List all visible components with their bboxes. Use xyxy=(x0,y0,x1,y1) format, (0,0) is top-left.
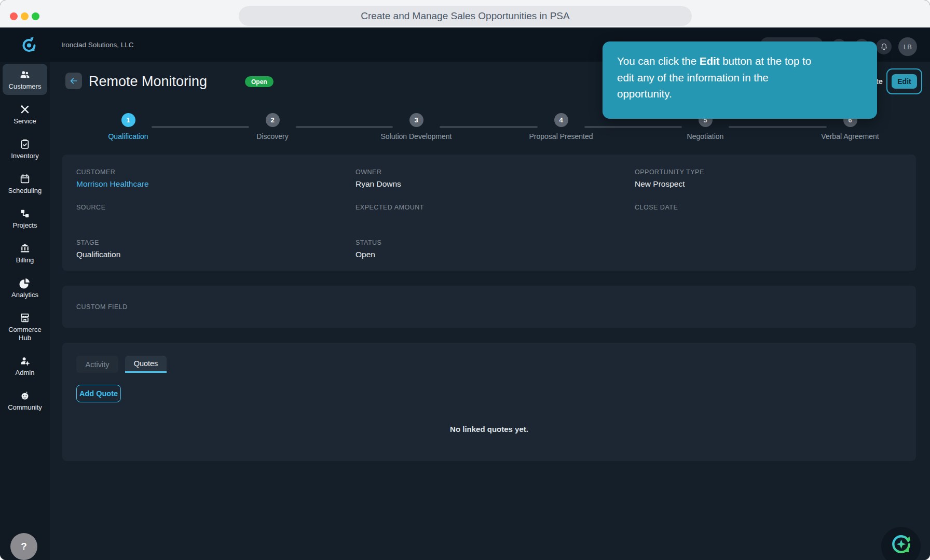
field-owner: OWNER Ryan Downs xyxy=(355,169,635,189)
coach-tooltip: You can click the Edit button at the top… xyxy=(603,41,877,119)
titlebar: Create and Manage Sales Opportunities in… xyxy=(0,0,930,27)
sidebar-item-customers[interactable]: Customers xyxy=(3,64,47,95)
edit-button-highlight-ring: Edit xyxy=(886,68,922,94)
field-value: Ryan Downs xyxy=(355,179,635,189)
field-customer: CUSTOMER Morrison Healthcare xyxy=(76,169,355,189)
tab-quotes[interactable]: Quotes xyxy=(125,356,167,373)
tab-activity[interactable]: Activity xyxy=(76,356,118,373)
step-label: Negotiation xyxy=(653,132,757,141)
field-value xyxy=(355,215,635,225)
step-label: Discovery xyxy=(221,132,324,141)
sidebar-item-scheduling[interactable]: Scheduling xyxy=(3,168,47,199)
window-title: Create and Manage Sales Opportunities in… xyxy=(239,6,692,26)
ai-assistant-icon xyxy=(890,533,912,556)
field-value xyxy=(635,215,916,225)
add-quote-button[interactable]: Add Quote xyxy=(76,385,121,402)
close-window-button[interactable] xyxy=(10,12,18,20)
field-label: CUSTOMER xyxy=(76,169,355,176)
sidebar-item-label: Customers xyxy=(4,82,46,91)
service-icon xyxy=(4,104,46,115)
quotes-card: Activity Quotes Add Quote No linked quot… xyxy=(62,343,916,461)
step-number: 3 xyxy=(409,113,423,127)
back-button[interactable] xyxy=(65,73,82,89)
sidebar-item-inventory[interactable]: Inventory xyxy=(3,133,47,164)
customers-icon xyxy=(4,69,46,80)
community-icon xyxy=(4,390,46,401)
tooltip-line-3: opportunity. xyxy=(617,86,863,102)
step-number: 1 xyxy=(121,113,135,127)
field-label: CLOSE DATE xyxy=(635,204,916,211)
edit-button[interactable]: Edit xyxy=(892,74,917,89)
step-qualification[interactable]: 1 Qualification xyxy=(76,113,180,141)
field-expected-amount: EXPECTED AMOUNT xyxy=(355,204,635,225)
custom-field-card: CUSTOM FIELD xyxy=(62,286,916,328)
field-value xyxy=(76,215,355,225)
customer-link[interactable]: Morrison Healthcare xyxy=(76,179,355,189)
step-label: Verbal Agreement xyxy=(798,132,902,141)
field-label: OWNER xyxy=(355,169,635,176)
sidebar-item-label: Billing xyxy=(4,256,46,264)
field-value: New Prospect xyxy=(635,179,916,189)
tooltip-line-1: You can click the Edit button at the top… xyxy=(617,53,863,69)
minimize-window-button[interactable] xyxy=(21,12,29,20)
sidebar-item-label: Admin xyxy=(4,369,46,377)
field-close-date: CLOSE DATE xyxy=(635,204,916,225)
field-opportunity-type: OPPORTUNITY TYPE New Prospect xyxy=(635,169,916,189)
fullscreen-window-button[interactable] xyxy=(32,12,39,20)
empty-quotes-message: No linked quotes yet. xyxy=(62,425,916,433)
step-number: 2 xyxy=(266,113,280,127)
sidebar-item-admin[interactable]: Admin xyxy=(3,350,47,381)
step-label: Proposal Presented xyxy=(509,132,613,141)
sidebar-item-service[interactable]: Service xyxy=(3,99,47,130)
step-number: 4 xyxy=(554,113,568,127)
status-badge: Open xyxy=(245,76,273,87)
sidebar: Customers Service Inventory Scheduling P… xyxy=(0,62,50,560)
app-logo-icon[interactable] xyxy=(20,35,38,54)
commerce-hub-icon xyxy=(4,312,46,324)
sidebar-item-commerce-hub[interactable]: Commerce Hub xyxy=(3,307,47,346)
sidebar-item-community[interactable]: Community xyxy=(3,385,47,416)
field-label: EXPECTED AMOUNT xyxy=(355,204,635,211)
field-source: SOURCE xyxy=(76,204,355,225)
field-value: Open xyxy=(355,250,635,260)
sidebar-item-label: Community xyxy=(4,403,46,412)
notifications-button[interactable] xyxy=(876,39,892,54)
sidebar-item-projects[interactable]: Projects xyxy=(3,203,47,234)
step-solution-development[interactable]: 3 Solution Development xyxy=(364,113,468,141)
sidebar-item-label: Analytics xyxy=(4,291,46,299)
page-title: Remote Monitoring xyxy=(89,74,207,90)
inventory-icon xyxy=(4,138,46,150)
field-label: STAGE xyxy=(76,239,355,246)
main-content: Remote Monitoring Open te Edit 1 Qualifi… xyxy=(50,62,930,560)
custom-field-label: CUSTOM FIELD xyxy=(76,303,128,311)
sidebar-item-label: Scheduling xyxy=(4,187,46,195)
arrow-left-icon xyxy=(69,76,78,86)
sidebar-item-analytics[interactable]: Analytics xyxy=(3,272,47,303)
field-stage: STAGE Qualification xyxy=(76,239,355,260)
sidebar-item-label: Commerce Hub xyxy=(4,326,46,342)
sidebar-item-label: Projects xyxy=(4,221,46,230)
opportunity-details-card: CUSTOMER Morrison Healthcare OWNER Ryan … xyxy=(62,155,916,271)
sidebar-item-label: Service xyxy=(4,117,46,125)
analytics-icon xyxy=(4,277,46,289)
scheduling-icon xyxy=(4,173,46,185)
bell-icon xyxy=(880,43,888,51)
field-label: STATUS xyxy=(355,239,635,246)
step-label: Qualification xyxy=(76,132,180,141)
tooltip-line-2: edit any of the information in the xyxy=(617,69,863,86)
sidebar-item-label: Inventory xyxy=(4,152,46,160)
field-status: STATUS Open xyxy=(355,239,635,260)
field-label: OPPORTUNITY TYPE xyxy=(635,169,916,176)
field-value: Qualification xyxy=(76,250,355,260)
admin-icon xyxy=(4,355,46,367)
company-name: Ironclad Solutions, LLC xyxy=(61,27,134,62)
user-avatar[interactable]: LB xyxy=(898,37,917,56)
step-discovery[interactable]: 2 Discovery xyxy=(221,113,324,141)
projects-icon xyxy=(4,208,46,219)
billing-icon xyxy=(4,243,46,254)
sidebar-item-billing[interactable]: Billing xyxy=(3,237,47,269)
step-proposal-presented[interactable]: 4 Proposal Presented xyxy=(509,113,613,141)
step-label: Solution Development xyxy=(364,132,468,141)
help-button[interactable]: ? xyxy=(10,533,37,560)
app-window: Create and Manage Sales Opportunities in… xyxy=(0,0,930,560)
